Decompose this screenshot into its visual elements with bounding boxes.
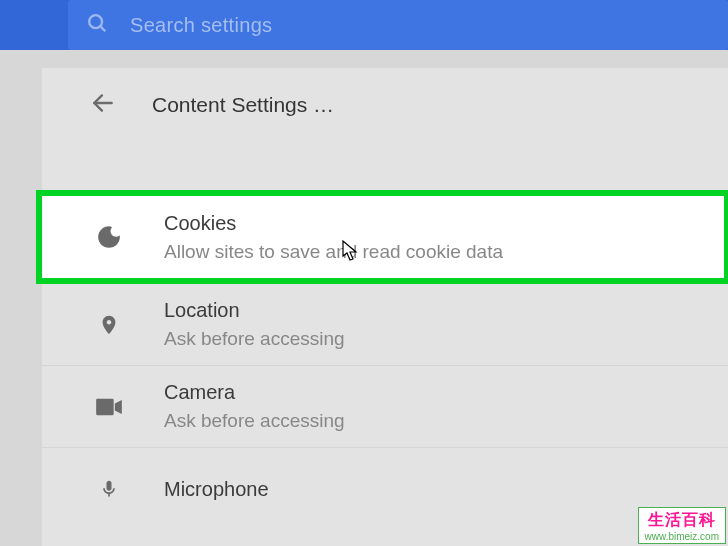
page-header: Content Settings … — [42, 68, 728, 142]
item-subtitle: Ask before accessing — [164, 410, 345, 432]
item-title: Location — [164, 299, 345, 322]
item-subtitle: Ask before accessing — [164, 328, 345, 350]
svg-point-5 — [109, 240, 112, 243]
item-title: Microphone — [164, 478, 269, 501]
svg-point-6 — [109, 235, 111, 237]
svg-point-3 — [103, 232, 106, 235]
svg-point-0 — [89, 15, 102, 28]
settings-list: Cookies Allow sites to save and read coo… — [42, 142, 728, 530]
app-header: Search settings — [0, 0, 728, 50]
cookie-icon — [92, 224, 126, 250]
watermark: 生活百科 www.bimeiz.com — [638, 507, 726, 544]
svg-point-4 — [103, 239, 106, 242]
watermark-title: 生活百科 — [645, 510, 719, 531]
item-title: Camera — [164, 381, 345, 404]
content-panel: Content Settings … Cookies Allow sites t… — [42, 68, 728, 546]
svg-line-1 — [101, 27, 106, 32]
search-icon — [86, 12, 108, 38]
settings-item-microphone[interactable]: Microphone — [42, 448, 728, 530]
settings-item-location[interactable]: Location Ask before accessing — [42, 284, 728, 366]
svg-rect-7 — [96, 398, 114, 414]
search-placeholder: Search settings — [130, 14, 272, 37]
svg-marker-8 — [115, 400, 122, 414]
watermark-url: www.bimeiz.com — [645, 531, 719, 542]
page-title: Content Settings … — [152, 93, 334, 117]
location-icon — [92, 311, 126, 339]
item-subtitle: Allow sites to save and read cookie data — [164, 241, 503, 263]
settings-item-cookies[interactable]: Cookies Allow sites to save and read coo… — [36, 190, 728, 284]
search-box[interactable]: Search settings — [68, 0, 728, 50]
back-arrow-icon[interactable] — [90, 90, 116, 120]
microphone-icon — [92, 475, 126, 503]
settings-item-camera[interactable]: Camera Ask before accessing — [42, 366, 728, 448]
item-title: Cookies — [164, 212, 503, 235]
camera-icon — [92, 397, 126, 417]
